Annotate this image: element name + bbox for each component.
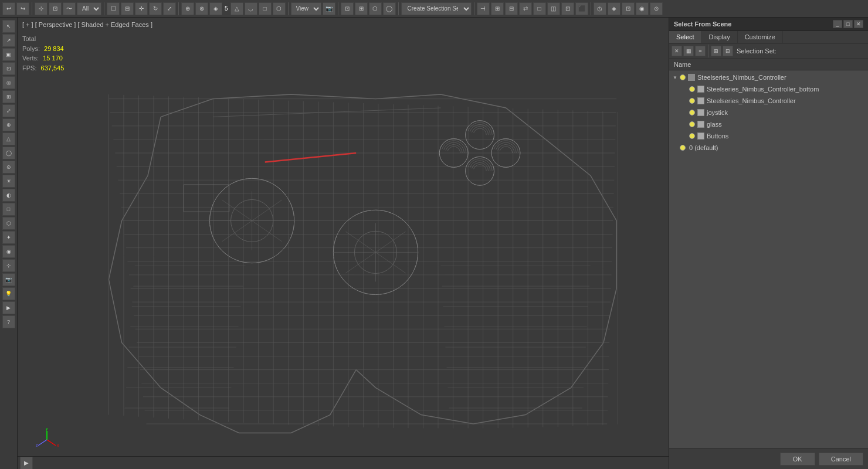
left-geo1-btn[interactable]: ☀	[2, 175, 15, 188]
cancel-button[interactable]: Cancel	[819, 453, 863, 465]
render-btn[interactable]: ◫	[547, 2, 560, 15]
view-dropdown[interactable]: View	[291, 2, 321, 15]
region-select-button[interactable]: ⊡	[49, 2, 62, 15]
vp-play-btn[interactable]: ▶	[20, 457, 33, 470]
left-tool10-btn[interactable]: ⊙	[2, 161, 15, 174]
extra3-btn[interactable]: ⊡	[622, 2, 635, 15]
extra1-btn[interactable]: ◷	[594, 2, 606, 15]
panel-close-icon-btn[interactable]: ✕	[672, 46, 682, 56]
panel-minimize-btn[interactable]: _	[833, 20, 842, 28]
vertex-btn[interactable]: △	[230, 2, 243, 15]
mirror-btn[interactable]: ⊣	[477, 2, 490, 15]
left-tool4-btn[interactable]: ◎	[2, 76, 15, 89]
panel-list-btn[interactable]: ≡	[695, 46, 706, 56]
link-btn[interactable]: ⇄	[519, 2, 532, 15]
redo-button[interactable]: ↪	[16, 2, 29, 15]
render2-btn[interactable]: ⊡	[561, 2, 574, 15]
paint-select-button[interactable]: 〜	[63, 2, 76, 15]
left-tool5-btn[interactable]: ⊞	[2, 90, 15, 103]
panel-close-btn[interactable]: ✕	[854, 20, 863, 28]
undo-button[interactable]: ↩	[2, 2, 15, 15]
tree-expand-icon[interactable]	[681, 109, 688, 116]
panel-maximize-btn[interactable]: □	[843, 20, 853, 28]
create-selection-set-dropdown[interactable]: Create Selection Se...	[401, 2, 472, 15]
tree-expand-icon[interactable]	[681, 132, 688, 140]
tree-item[interactable]: Steelseries_Nimbus_Controller_bottom	[669, 83, 868, 95]
tree-item-name: Buttons	[707, 132, 728, 140]
render3-btn[interactable]: ⬛	[575, 2, 588, 15]
tab-customize[interactable]: Customize	[738, 31, 783, 43]
tab-display[interactable]: Display	[702, 31, 738, 43]
tree-item[interactable]: Buttons	[669, 130, 868, 142]
scene-tree[interactable]: ▼Steelseries_Nimbus_ControllerSteelserie…	[669, 70, 868, 448]
capture-btn[interactable]: □	[533, 2, 546, 15]
panel-tabs: Select Display Customize	[669, 31, 868, 43]
snap-button[interactable]: ◈	[209, 2, 222, 15]
viewport-stats: Total Polys: 29 834 Verts: 15 170 FPS: 6…	[22, 34, 64, 73]
tree-item[interactable]: ▼Steelseries_Nimbus_Controller	[669, 72, 868, 83]
face-btn[interactable]: □	[259, 2, 272, 15]
left-tool1-btn[interactable]: ↗	[2, 34, 15, 47]
ok-button[interactable]: OK	[780, 453, 815, 465]
separator-5	[338, 2, 338, 15]
left-camera-btn[interactable]: 📷	[2, 273, 15, 286]
scale-button[interactable]: ⤢	[163, 2, 176, 15]
tree-expand-icon[interactable]	[681, 97, 688, 104]
extra4-btn[interactable]: ◉	[636, 2, 649, 15]
tree-item[interactable]: joystick	[669, 107, 868, 118]
left-geo4-btn[interactable]: ⬡	[2, 217, 15, 230]
main-area: ↖ ↗ ▣ ⊡ ◎ ⊞ ⤢ ⊕ △ ◯ ⊙ ☀ ◐ □ ⬡ ✦ ◉ ⊹ 📷 💡 …	[0, 18, 868, 469]
tool2-btn[interactable]: ⊞	[355, 2, 368, 15]
all-dropdown[interactable]: All	[77, 2, 101, 15]
rotate-button[interactable]: ↻	[149, 2, 162, 15]
tree-item-name: Steelseries_Nimbus_Controller	[697, 74, 786, 81]
camera-btn[interactable]: 📷	[323, 2, 335, 15]
panel-sort-btn[interactable]: ⊞	[711, 46, 721, 56]
left-tool3-btn[interactable]: ⊡	[2, 62, 15, 75]
tab-select[interactable]: Select	[669, 31, 702, 43]
tree-item[interactable]: Steelseries_Nimbus_Controller	[669, 95, 868, 107]
array-btn[interactable]: ⊞	[491, 2, 504, 15]
left-select-btn[interactable]: ↖	[2, 20, 15, 33]
select-obj-button[interactable]: ☐	[107, 2, 120, 15]
group-btn[interactable]: ⊟	[505, 2, 518, 15]
pivot-button[interactable]: ⊕	[181, 2, 194, 15]
tree-item-name: Steelseries_Nimbus_Controller	[707, 97, 796, 104]
left-geo2-btn[interactable]: ◐	[2, 189, 15, 202]
panel-filter-btn[interactable]: ▦	[683, 46, 694, 56]
separator-7	[474, 2, 474, 15]
tree-expand-icon[interactable]: ▼	[672, 74, 679, 81]
left-help-btn[interactable]: ?	[2, 315, 15, 328]
left-anim-btn[interactable]: ▶	[2, 301, 15, 314]
left-geo3-btn[interactable]: □	[2, 203, 15, 216]
tree-expand-icon[interactable]	[681, 121, 688, 128]
left-tool6-btn[interactable]: ⤢	[2, 104, 15, 117]
left-mod-btn[interactable]: ⊹	[2, 259, 15, 272]
left-tool9-btn[interactable]: ◯	[2, 147, 15, 159]
viewport-bottom: ▶	[18, 456, 669, 469]
left-mat-btn[interactable]: ◉	[2, 245, 15, 258]
tool3-btn[interactable]: ⬡	[369, 2, 382, 15]
select-tool-button[interactable]: ⊹	[35, 2, 48, 15]
extra5-btn[interactable]: ⊙	[650, 2, 663, 15]
left-paint-btn[interactable]: ✦	[2, 231, 15, 244]
extra2-btn[interactable]: ◈	[608, 2, 621, 15]
transform-button[interactable]: ✛	[135, 2, 148, 15]
window-select-button[interactable]: ⊟	[121, 2, 134, 15]
tree-expand-icon[interactable]	[681, 86, 688, 93]
viewport[interactable]: [ + ] [ Perspective ] [ Shaded + Edged F…	[18, 18, 669, 469]
tree-expand-icon[interactable]	[672, 144, 679, 151]
edge-btn[interactable]: ◡	[245, 2, 257, 15]
tool1-btn[interactable]: ⊡	[341, 2, 354, 15]
panel-group-btn[interactable]: ⊟	[723, 46, 733, 56]
left-tool8-btn[interactable]: △	[2, 132, 15, 145]
left-tool7-btn[interactable]: ⊕	[2, 118, 15, 131]
tool4-btn[interactable]: ◯	[383, 2, 396, 15]
polygon-btn[interactable]: ⬡	[273, 2, 286, 15]
fps-value: 637,545	[41, 64, 65, 72]
left-tool2-btn[interactable]: ▣	[2, 48, 15, 61]
left-light-btn[interactable]: 💡	[2, 287, 15, 300]
coord-button[interactable]: ⊗	[195, 2, 208, 15]
tree-item[interactable]: 0 (default)	[669, 142, 868, 154]
tree-item[interactable]: glass	[669, 118, 868, 130]
